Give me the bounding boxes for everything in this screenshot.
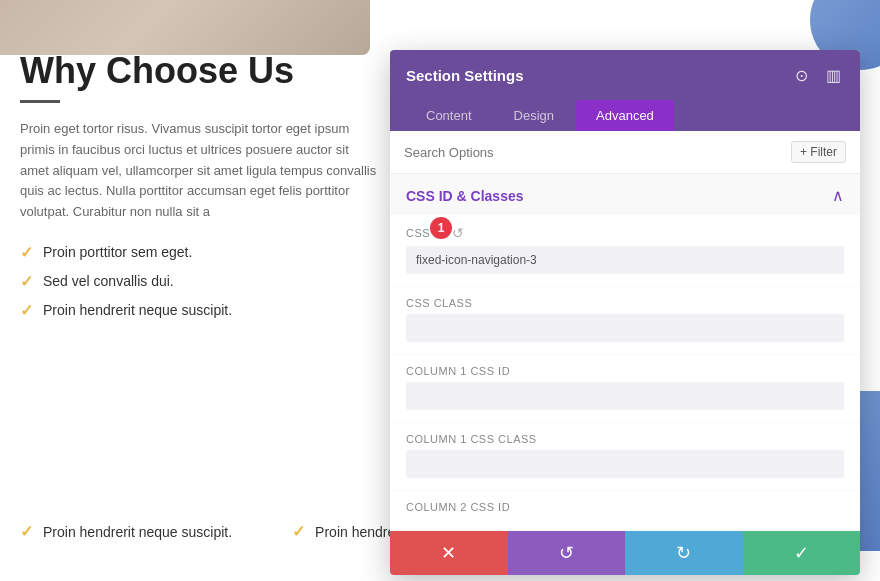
- check-icon-1: ✓: [20, 243, 33, 262]
- col1-css-class-label: Column 1 CSS Class: [406, 433, 844, 445]
- col1-css-class-field-row: Column 1 CSS Class: [390, 423, 860, 490]
- search-input[interactable]: [404, 145, 791, 160]
- css-id-reset-icon[interactable]: ↺: [452, 225, 465, 241]
- css-id-label: CSS ID ↺: [406, 225, 844, 241]
- filter-button[interactable]: + Filter: [791, 141, 846, 163]
- css-id-classes-section-header[interactable]: CSS ID & Classes ∧: [390, 174, 860, 215]
- chevron-up-icon: ∧: [832, 186, 844, 205]
- list-item-1: ✓ Proin porttitor sem eget.: [20, 243, 380, 262]
- title-underline: [20, 100, 60, 103]
- col1-css-class-input[interactable]: [406, 450, 844, 478]
- css-class-input[interactable]: [406, 314, 844, 342]
- css-class-label: CSS Class: [406, 297, 844, 309]
- panel-title: Section Settings: [406, 67, 524, 84]
- settings-panel: Section Settings ⊙ ▥ Content Design Adva…: [390, 50, 860, 575]
- col1-css-id-input[interactable]: [406, 382, 844, 410]
- col2-css-id-label: Column 2 CSS ID: [406, 501, 844, 513]
- bottom-check-icon-left: ✓: [20, 522, 33, 541]
- tab-content[interactable]: Content: [406, 100, 492, 131]
- css-id-field-row: CSS ID ↺: [390, 215, 860, 286]
- top-image-area: [0, 0, 370, 55]
- redo-button[interactable]: ↻: [625, 531, 743, 575]
- badge-1: 1: [430, 217, 452, 239]
- section-title: CSS ID & Classes: [406, 188, 524, 204]
- check-icon-3: ✓: [20, 301, 33, 320]
- save-button[interactable]: ✓: [743, 531, 861, 575]
- columns-icon[interactable]: ▥: [822, 64, 844, 86]
- col2-css-id-field-row: Column 2 CSS ID: [390, 491, 860, 530]
- tab-advanced[interactable]: Advanced: [576, 100, 674, 131]
- col1-css-id-field-row: Column 1 CSS ID: [390, 355, 860, 422]
- cancel-button[interactable]: ✕: [390, 531, 508, 575]
- panel-body: CSS ID & Classes ∧ CSS ID ↺ CSS Class Co…: [390, 174, 860, 531]
- settings-icon[interactable]: ⊙: [790, 64, 812, 86]
- css-class-field-row: CSS Class: [390, 287, 860, 354]
- page-description: Proin eget tortor risus. Vivamus suscipi…: [20, 119, 380, 223]
- page-title: Why Choose Us: [20, 50, 380, 92]
- undo-button[interactable]: ↺: [508, 531, 626, 575]
- panel-header-icons: ⊙ ▥: [790, 64, 844, 86]
- page-content: Why Choose Us Proin eget tortor risus. V…: [20, 50, 380, 330]
- tab-design[interactable]: Design: [494, 100, 574, 131]
- panel-header: Section Settings ⊙ ▥: [390, 50, 860, 100]
- panel-search: + Filter: [390, 131, 860, 174]
- list-item-3: ✓ Proin hendrerit neque suscipit.: [20, 301, 380, 320]
- col1-css-id-label: Column 1 CSS ID: [406, 365, 844, 377]
- bottom-check-icon-right: ✓: [292, 522, 305, 541]
- list-item-2: ✓ Sed vel convallis dui.: [20, 272, 380, 291]
- action-bar: ✕ ↺ ↻ ✓: [390, 531, 860, 575]
- bottom-list-item-left: ✓ Proin hendrerit neque suscipit.: [20, 522, 232, 541]
- panel-tabs: Content Design Advanced: [390, 100, 860, 131]
- check-icon-2: ✓: [20, 272, 33, 291]
- css-id-input[interactable]: [406, 246, 844, 274]
